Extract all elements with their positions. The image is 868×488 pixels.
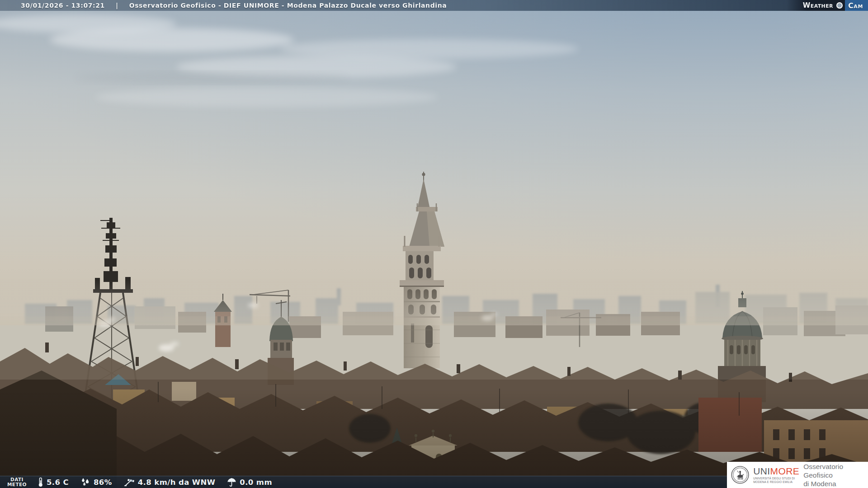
unimore-wordmark: UNIMORE UNIVERSITÀ DEGLI STUDI DI MODENA… — [753, 466, 799, 483]
precipitation-reading: 0.0 mm — [227, 478, 272, 487]
webcam-frame: 30/01/2026 - 13:07:21 | Osservatorio Geo… — [0, 0, 868, 488]
humidity-reading: 86% — [80, 478, 112, 487]
observatory-name: Osservatorio Geofisico di Modena — [803, 462, 865, 488]
temperature-value: 5.6 C — [47, 478, 69, 487]
drops-icon — [80, 478, 90, 487]
weather-data-label: DATI METEO — [7, 477, 27, 487]
wordmark-more: MORE — [770, 466, 800, 476]
separator: | — [116, 2, 118, 9]
unimore-seal-icon — [731, 465, 749, 485]
wind-value: 4.8 km/h da WNW — [138, 478, 216, 487]
thermometer-icon — [38, 477, 43, 487]
weathercam-logo: Weather Cam — [787, 0, 868, 11]
windsock-icon — [124, 478, 135, 487]
top-info-bar: 30/01/2026 - 13:07:21 | Osservatorio Geo… — [0, 0, 868, 11]
umbrella-icon — [227, 478, 236, 487]
humidity-value: 86% — [94, 478, 112, 487]
wordmark-uni: UNI — [753, 466, 770, 476]
university-name: UNIVERSITÀ DEGLI STUDI DI MODENA E REGGI… — [753, 477, 799, 483]
camera-lens-icon — [836, 2, 843, 9]
city-panorama-photo — [0, 0, 868, 488]
temperature-reading: 5.6 C — [38, 477, 69, 487]
webcam-title: Osservatorio Geofisico - DIEF UNIMORE - … — [129, 2, 447, 9]
datetime-label: 30/01/2026 - 13:07:21 — [21, 2, 105, 9]
wind-reading: 4.8 km/h da WNW — [124, 478, 216, 487]
weathercam-weather-label: Weather — [803, 1, 833, 9]
precipitation-value: 0.0 mm — [240, 478, 272, 487]
weathercam-cam-badge: Cam — [845, 0, 868, 11]
unimore-branding-box: UNIMORE UNIVERSITÀ DEGLI STUDI DI MODENA… — [727, 462, 868, 488]
